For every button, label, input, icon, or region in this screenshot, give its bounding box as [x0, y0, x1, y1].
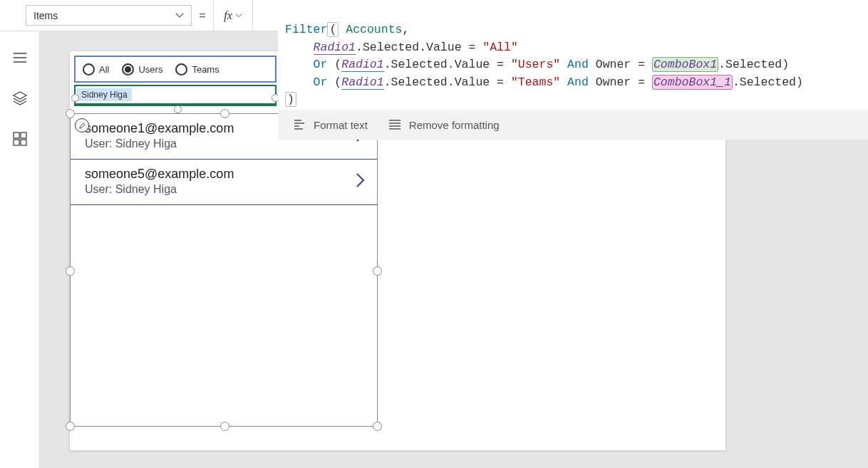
chevron-down-icon: [235, 12, 242, 19]
radio-option-all[interactable]: All: [83, 63, 109, 76]
format-text-icon: [292, 118, 306, 132]
ref-radio1: Radio1: [341, 76, 383, 90]
row-subtitle: User: Sidney Higa: [85, 183, 234, 196]
layers-icon[interactable]: [12, 90, 28, 108]
svg-rect-0: [14, 132, 19, 138]
remove-formatting-button[interactable]: Remove formatting: [388, 118, 500, 132]
format-text-button[interactable]: Format text: [292, 118, 368, 132]
ref-combobox1: ComboBox1: [652, 57, 718, 72]
combobox-owner[interactable]: Sidney Higa: [74, 85, 277, 106]
selection-handle[interactable]: [220, 109, 229, 118]
radio-group[interactable]: All Users Teams: [74, 56, 277, 83]
ref-combobox1-1: ComboBox1_1: [652, 75, 733, 90]
selection-handle[interactable]: [373, 422, 382, 431]
radio-circle-icon: [175, 63, 187, 76]
ref-radio1: Radio1: [341, 58, 383, 72]
formula-input[interactable]: Filter( Accounts, Radio1.Selected.Value …: [278, 0, 868, 115]
formula-toolbar: Format text Remove formatting: [278, 110, 868, 140]
hamburger-icon[interactable]: [12, 50, 28, 68]
radio-circle-icon: [122, 63, 134, 76]
ref-radio1: Radio1: [314, 41, 356, 55]
edit-template-icon[interactable]: [75, 118, 89, 132]
left-rail: [0, 31, 40, 468]
svg-rect-2: [14, 140, 19, 145]
fn-filter: Filter: [285, 23, 327, 36]
datasource-accounts: Accounts: [346, 23, 402, 36]
row-email: someone5@example.com: [85, 167, 234, 182]
chevron-right-icon[interactable]: [354, 172, 367, 191]
fx-label: fx: [224, 9, 232, 22]
remove-formatting-icon: [388, 118, 402, 132]
equals-sign: =: [192, 0, 213, 31]
property-dropdown-value: Items: [33, 10, 58, 21]
radio-circle-icon: [83, 63, 95, 76]
property-dropdown[interactable]: Items: [26, 5, 192, 26]
selection-handle[interactable]: [220, 422, 229, 431]
gallery-row[interactable]: someone5@example.com User: Sidney Higa: [71, 160, 377, 205]
selection-handle[interactable]: [66, 422, 75, 431]
close-paren: ): [285, 92, 296, 107]
row-subtitle: User: Sidney Higa: [85, 137, 234, 150]
components-icon[interactable]: [12, 131, 28, 149]
row-email: someone1@example.com: [85, 121, 234, 136]
radio-option-users[interactable]: Users: [122, 63, 162, 76]
gallery[interactable]: someone1@example.com User: Sidney Higa s…: [70, 113, 378, 427]
open-paren: (: [327, 22, 339, 37]
chevron-down-icon: [175, 11, 184, 20]
selection-handle[interactable]: [66, 109, 75, 118]
radio-option-teams[interactable]: Teams: [175, 63, 219, 76]
svg-rect-1: [21, 132, 26, 138]
selection-handle[interactable]: [373, 266, 382, 276]
svg-rect-3: [21, 140, 26, 145]
selection-handle[interactable]: [66, 266, 75, 276]
fx-button[interactable]: fx: [213, 0, 252, 31]
combobox-chip[interactable]: Sidney Higa: [77, 88, 132, 101]
